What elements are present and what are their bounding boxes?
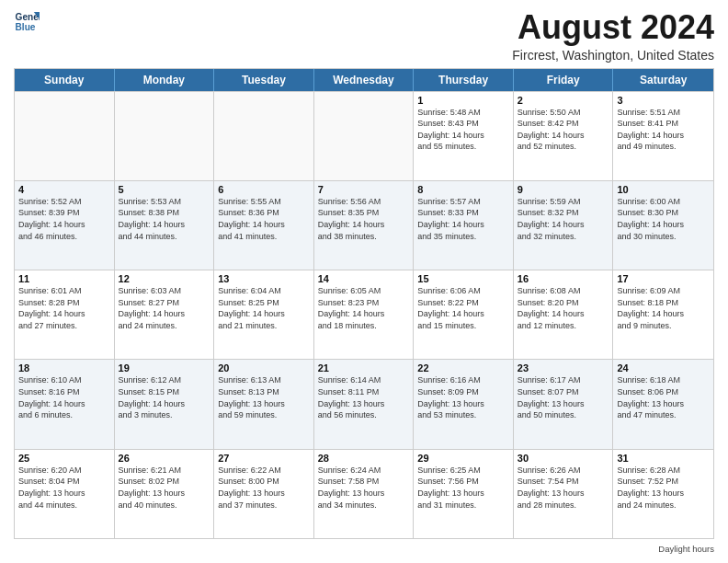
calendar-week-row: 18Sunrise: 6:10 AM Sunset: 8:16 PM Dayli… (15, 359, 713, 448)
calendar-cell: 24Sunrise: 6:18 AM Sunset: 8:06 PM Dayli… (613, 360, 713, 448)
title-area: August 2024 Fircrest, Washington, United… (512, 9, 714, 63)
calendar-cell: 26Sunrise: 6:21 AM Sunset: 8:02 PM Dayli… (115, 450, 215, 538)
calendar-cell: 5Sunrise: 5:53 AM Sunset: 8:38 PM Daylig… (115, 181, 215, 270)
calendar-cell: 11Sunrise: 6:01 AM Sunset: 8:28 PM Dayli… (15, 270, 115, 359)
calendar-cell: 25Sunrise: 6:20 AM Sunset: 8:04 PM Dayli… (15, 450, 115, 538)
calendar-cell: 22Sunrise: 6:16 AM Sunset: 8:09 PM Dayli… (414, 360, 514, 448)
day-info: Sunrise: 6:17 AM Sunset: 8:07 PM Dayligh… (518, 374, 609, 420)
day-info: Sunrise: 6:24 AM Sunset: 7:58 PM Dayligh… (318, 465, 410, 511)
day-info: Sunrise: 5:53 AM Sunset: 8:38 PM Dayligh… (119, 196, 210, 242)
day-number: 20 (218, 362, 310, 373)
day-number: 10 (617, 184, 710, 195)
day-number: 9 (518, 184, 609, 195)
day-number: 26 (119, 453, 210, 464)
day-info: Sunrise: 6:08 AM Sunset: 8:20 PM Dayligh… (518, 285, 609, 331)
calendar-cell: 2Sunrise: 5:50 AM Sunset: 8:42 PM Daylig… (514, 92, 614, 180)
calendar-week-row: 11Sunrise: 6:01 AM Sunset: 8:28 PM Dayli… (15, 270, 713, 359)
day-info: Sunrise: 5:50 AM Sunset: 8:42 PM Dayligh… (518, 107, 609, 153)
day-number: 1 (417, 95, 509, 106)
calendar-cell: 12Sunrise: 6:03 AM Sunset: 8:27 PM Dayli… (115, 270, 215, 359)
calendar-week-row: 1Sunrise: 5:48 AM Sunset: 8:43 PM Daylig… (15, 91, 713, 180)
day-number: 22 (417, 362, 509, 373)
calendar-cell (214, 92, 314, 180)
day-number: 8 (417, 184, 509, 195)
calendar-cell: 21Sunrise: 6:14 AM Sunset: 8:11 PM Dayli… (314, 360, 415, 448)
calendar-cell: 10Sunrise: 6:00 AM Sunset: 8:30 PM Dayli… (613, 181, 713, 270)
logo-icon: General Blue (14, 9, 40, 35)
day-info: Sunrise: 6:16 AM Sunset: 8:09 PM Dayligh… (417, 374, 509, 420)
day-number: 18 (18, 362, 110, 373)
day-number: 16 (518, 273, 609, 284)
calendar-cell: 27Sunrise: 6:22 AM Sunset: 8:00 PM Dayli… (214, 450, 314, 538)
calendar-week-row: 4Sunrise: 5:52 AM Sunset: 8:39 PM Daylig… (15, 180, 713, 270)
header: General Blue August 2024 Fircrest, Washi… (14, 9, 714, 63)
calendar-cell: 16Sunrise: 6:08 AM Sunset: 8:20 PM Dayli… (514, 270, 614, 359)
calendar-body: 1Sunrise: 5:48 AM Sunset: 8:43 PM Daylig… (15, 91, 713, 538)
day-number: 2 (518, 95, 609, 106)
calendar-cell: 3Sunrise: 5:51 AM Sunset: 8:41 PM Daylig… (613, 92, 713, 180)
day-number: 31 (617, 453, 710, 464)
calendar-header: SundayMondayTuesdayWednesdayThursdayFrid… (15, 69, 713, 91)
day-info: Sunrise: 6:05 AM Sunset: 8:23 PM Dayligh… (318, 285, 410, 331)
day-info: Sunrise: 5:56 AM Sunset: 8:35 PM Dayligh… (318, 196, 410, 242)
calendar: SundayMondayTuesdayWednesdayThursdayFrid… (14, 68, 714, 539)
day-info: Sunrise: 6:00 AM Sunset: 8:30 PM Dayligh… (617, 196, 710, 242)
day-number: 6 (218, 184, 310, 195)
calendar-cell (115, 92, 215, 180)
logo: General Blue (14, 9, 40, 35)
day-number: 11 (18, 273, 110, 284)
calendar-cell: 18Sunrise: 6:10 AM Sunset: 8:16 PM Dayli… (15, 360, 115, 448)
calendar-cell: 7Sunrise: 5:56 AM Sunset: 8:35 PM Daylig… (314, 181, 415, 270)
calendar-cell: 17Sunrise: 6:09 AM Sunset: 8:18 PM Dayli… (613, 270, 713, 359)
calendar-cell: 9Sunrise: 5:59 AM Sunset: 8:32 PM Daylig… (514, 181, 614, 270)
calendar-cell (314, 92, 415, 180)
calendar-cell: 28Sunrise: 6:24 AM Sunset: 7:58 PM Dayli… (314, 450, 415, 538)
calendar-cell: 13Sunrise: 6:04 AM Sunset: 8:25 PM Dayli… (214, 270, 314, 359)
calendar-cell: 1Sunrise: 5:48 AM Sunset: 8:43 PM Daylig… (414, 92, 514, 180)
day-number: 13 (218, 273, 310, 284)
calendar-cell: 15Sunrise: 6:06 AM Sunset: 8:22 PM Dayli… (414, 270, 514, 359)
month-title: August 2024 (512, 9, 714, 46)
day-number: 15 (417, 273, 509, 284)
day-info: Sunrise: 6:09 AM Sunset: 8:18 PM Dayligh… (617, 285, 710, 331)
day-number: 25 (18, 453, 110, 464)
day-of-week-header: Tuesday (214, 69, 314, 91)
day-number: 30 (518, 453, 609, 464)
day-of-week-header: Monday (115, 69, 215, 91)
calendar-cell: 4Sunrise: 5:52 AM Sunset: 8:39 PM Daylig… (15, 181, 115, 270)
day-info: Sunrise: 6:04 AM Sunset: 8:25 PM Dayligh… (218, 285, 310, 331)
day-number: 14 (318, 273, 410, 284)
calendar-cell: 31Sunrise: 6:28 AM Sunset: 7:52 PM Dayli… (613, 450, 713, 538)
day-number: 19 (119, 362, 210, 373)
day-info: Sunrise: 6:06 AM Sunset: 8:22 PM Dayligh… (417, 285, 509, 331)
page: General Blue August 2024 Fircrest, Washi… (0, 0, 728, 563)
day-info: Sunrise: 6:14 AM Sunset: 8:11 PM Dayligh… (318, 374, 410, 420)
day-info: Sunrise: 5:51 AM Sunset: 8:41 PM Dayligh… (617, 107, 710, 153)
day-info: Sunrise: 5:48 AM Sunset: 8:43 PM Dayligh… (417, 107, 509, 153)
day-info: Sunrise: 6:25 AM Sunset: 7:56 PM Dayligh… (417, 465, 509, 511)
day-number: 5 (119, 184, 210, 195)
calendar-cell: 29Sunrise: 6:25 AM Sunset: 7:56 PM Dayli… (414, 450, 514, 538)
day-info: Sunrise: 6:21 AM Sunset: 8:02 PM Dayligh… (119, 465, 210, 511)
day-number: 17 (617, 273, 710, 284)
day-info: Sunrise: 6:01 AM Sunset: 8:28 PM Dayligh… (18, 285, 110, 331)
day-number: 24 (617, 362, 710, 373)
day-number: 7 (318, 184, 410, 195)
calendar-week-row: 25Sunrise: 6:20 AM Sunset: 8:04 PM Dayli… (15, 449, 713, 538)
calendar-cell: 8Sunrise: 5:57 AM Sunset: 8:33 PM Daylig… (414, 181, 514, 270)
day-info: Sunrise: 6:03 AM Sunset: 8:27 PM Dayligh… (119, 285, 210, 331)
calendar-cell (15, 92, 115, 180)
day-info: Sunrise: 6:10 AM Sunset: 8:16 PM Dayligh… (18, 374, 110, 420)
calendar-cell: 30Sunrise: 6:26 AM Sunset: 7:54 PM Dayli… (514, 450, 614, 538)
footer-note: Daylight hours (658, 544, 714, 554)
day-number: 28 (318, 453, 410, 464)
day-info: Sunrise: 6:12 AM Sunset: 8:15 PM Dayligh… (119, 374, 210, 420)
calendar-cell: 14Sunrise: 6:05 AM Sunset: 8:23 PM Dayli… (314, 270, 415, 359)
day-info: Sunrise: 6:28 AM Sunset: 7:52 PM Dayligh… (617, 465, 710, 511)
calendar-cell: 23Sunrise: 6:17 AM Sunset: 8:07 PM Dayli… (514, 360, 614, 448)
location: Fircrest, Washington, United States (512, 48, 714, 63)
day-number: 12 (119, 273, 210, 284)
day-number: 21 (318, 362, 410, 373)
day-number: 23 (518, 362, 609, 373)
day-info: Sunrise: 5:57 AM Sunset: 8:33 PM Dayligh… (417, 196, 509, 242)
